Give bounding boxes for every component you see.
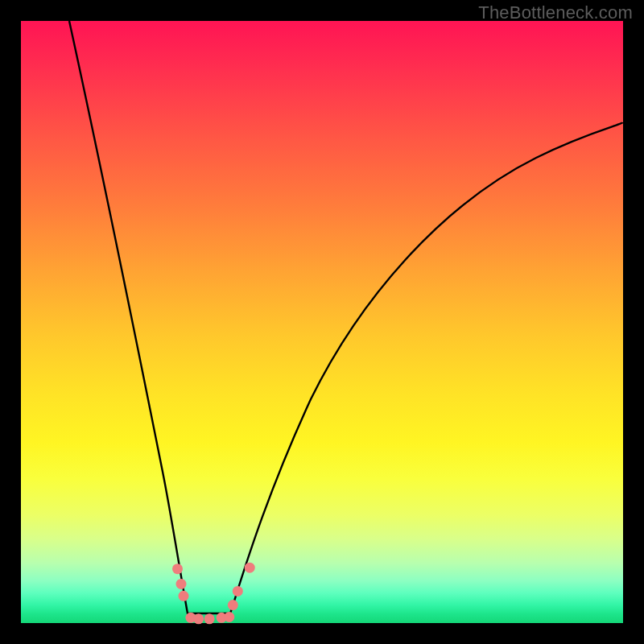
marker-dot [224, 612, 234, 622]
bottleneck-curve [69, 21, 623, 613]
marker-dot [228, 600, 238, 610]
curve-layer [21, 21, 623, 623]
marker-group [172, 563, 255, 625]
marker-dot [204, 613, 215, 624]
marker-dot [172, 564, 183, 574]
watermark-text: TheBottleneck.com [478, 2, 633, 23]
marker-dot [245, 563, 255, 573]
plot-area [21, 21, 623, 623]
chart-frame: TheBottleneck.com [0, 0, 644, 644]
marker-dot [193, 613, 204, 624]
marker-dot [233, 586, 243, 597]
marker-dot [179, 591, 189, 601]
marker-dot [176, 579, 187, 589]
